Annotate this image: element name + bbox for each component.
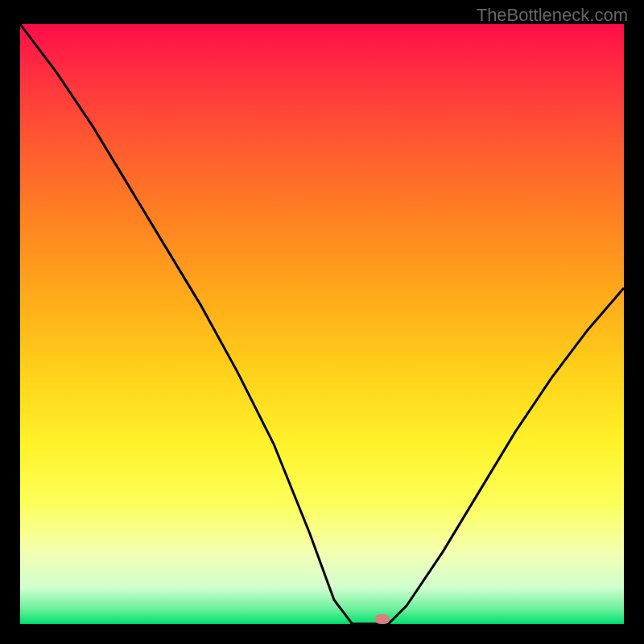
plot-area xyxy=(20,24,624,624)
optimal-marker xyxy=(375,614,390,624)
bottleneck-curve-path xyxy=(20,24,624,624)
attribution-text: TheBottleneck.com xyxy=(477,5,628,26)
curve-svg xyxy=(20,24,624,624)
